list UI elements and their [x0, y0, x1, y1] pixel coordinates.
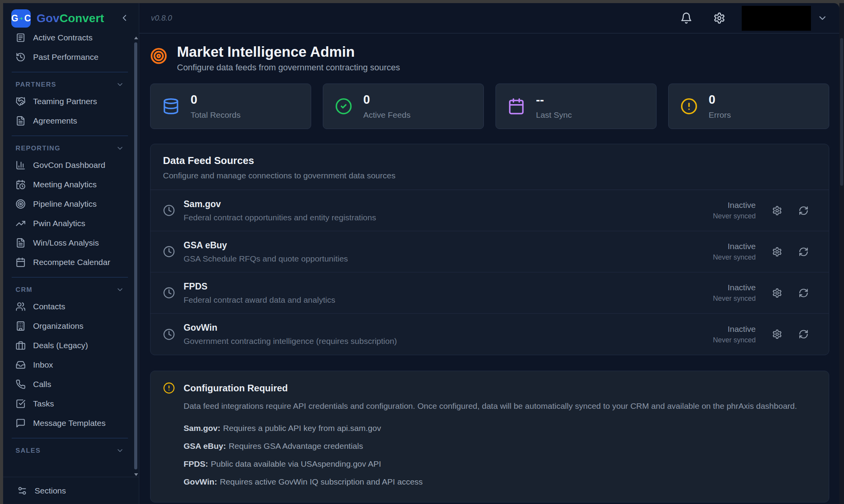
sidebar-item-active-contracts[interactable]: Active Contracts: [11, 33, 129, 47]
sidebar-item-label: Past Performance: [33, 52, 98, 62]
feed-sync-button[interactable]: [795, 202, 812, 219]
user-menu[interactable]: [742, 6, 828, 31]
app-version: v0.8.0: [151, 14, 172, 23]
sidebar-item-tasks[interactable]: Tasks: [11, 394, 129, 413]
settings-button[interactable]: [711, 10, 728, 26]
feed-name: FPDS: [184, 281, 335, 292]
sliders-icon: [17, 486, 27, 496]
config-item-text: Requires active GovWin IQ subscription a…: [220, 477, 423, 486]
sidebar-divider: [12, 438, 128, 438]
config-description: Data feed integrations require API crede…: [184, 400, 816, 412]
sidebar-section-reporting[interactable]: REPORTING: [11, 140, 129, 155]
stats-row: 0Total Records0Active Feeds--Last Sync0E…: [150, 84, 829, 129]
sidebar-item-sections[interactable]: Sections: [12, 481, 131, 501]
scroll-down-arrow-icon[interactable]: [134, 473, 138, 476]
briefcase-icon: [16, 340, 26, 351]
sidebar-collapse-button[interactable]: [118, 11, 131, 26]
topbar-actions: [678, 6, 828, 31]
sidebar-section-crm[interactable]: CRM: [11, 281, 129, 297]
sidebar-item-deals-legacy[interactable]: Deals (Legacy): [11, 336, 129, 355]
feed-configure-button[interactable]: [769, 244, 785, 260]
sidebar-item-win-loss-analysis[interactable]: Win/Loss Analysis: [11, 233, 129, 253]
alert-circle-icon: [163, 382, 175, 394]
user-name-redacted: [742, 6, 811, 31]
arrow-right-icon: [19, 16, 23, 21]
trending-up-icon: [16, 218, 26, 228]
sidebar-item-inbox[interactable]: Inbox: [11, 355, 129, 375]
notifications-button[interactable]: [678, 10, 695, 26]
message-square-icon: [16, 418, 26, 428]
sidebar-item-meeting-analytics[interactable]: Meeting Analytics: [11, 175, 129, 194]
config-panel-title: Configuration Required: [184, 383, 288, 394]
feed-row-govwin: GovWinGovernment contracting intelligenc…: [151, 314, 829, 355]
sidebar-header: G C GovConvert: [3, 3, 139, 33]
config-item-name: FPDS:: [184, 459, 208, 468]
feed-configure-button[interactable]: [769, 202, 785, 219]
config-item-text: Public data available via USAspending.go…: [211, 459, 381, 468]
sidebar-item-pipeline-analytics[interactable]: Pipeline Analytics: [11, 194, 129, 214]
config-item-gsa-ebuy: GSA eBuy:Requires GSA Advantage credenti…: [184, 441, 816, 451]
sidebar-item-contacts[interactable]: Contacts: [11, 297, 129, 316]
building-icon: [16, 321, 26, 331]
feed-sync-button[interactable]: [795, 326, 812, 342]
sidebar-section-sales[interactable]: SALES: [11, 442, 129, 458]
sidebar-item-label: Contacts: [33, 302, 65, 311]
config-item-govwin: GovWin:Requires active GovWin IQ subscri…: [184, 477, 816, 487]
bar-chart-icon: [16, 160, 26, 170]
config-item-text: Requires GSA Advantage credentials: [229, 441, 363, 450]
configuration-required-panel: Configuration Required Data feed integra…: [150, 371, 829, 502]
feed-name: Sam.gov: [184, 199, 376, 209]
feed-status-label: Inactive: [713, 201, 756, 210]
sidebar-scrollbar-track[interactable]: [134, 39, 138, 473]
feed-configure-button[interactable]: [769, 326, 785, 342]
brand-name: GovConvert: [37, 12, 112, 25]
feed-sync-button[interactable]: [795, 244, 812, 260]
feed-sync-label: Never synced: [713, 336, 756, 344]
sidebar-item-label: Agreements: [33, 116, 77, 126]
config-item-name: GSA eBuy:: [184, 441, 226, 450]
sidebar-item-calls[interactable]: Calls: [11, 375, 129, 394]
sidebar-item-pwin-analytics[interactable]: Pwin Analytics: [11, 214, 129, 233]
sidebar-item-organizations[interactable]: Organizations: [11, 316, 129, 336]
sidebar-scrollbar-thumb[interactable]: [134, 42, 137, 469]
feed-configure-button[interactable]: [769, 285, 785, 301]
file-text-icon: [16, 116, 26, 126]
sidebar-item-recompete-calendar[interactable]: Recompete Calendar: [11, 253, 129, 272]
feed-row-gsa-ebuy: GSA eBuyGSA Schedule RFQs and quote oppo…: [151, 231, 829, 272]
feed-sync-label: Never synced: [713, 212, 756, 220]
chevron-left-icon: [119, 13, 130, 23]
chevron-down-icon: [817, 13, 828, 23]
page-header: Market Intelligence Admin Configure data…: [150, 44, 829, 73]
bell-icon: [680, 12, 692, 24]
stat-value: --: [536, 93, 572, 107]
feeds-panel-header: Data Feed Sources Configure and manage c…: [151, 144, 829, 190]
sidebar-scrollbar[interactable]: [134, 37, 138, 476]
sidebar-item-label: Win/Loss Analysis: [33, 238, 99, 248]
gear-icon: [772, 329, 782, 339]
sidebar-item-govcon-dashboard[interactable]: GovCon Dashboard: [11, 155, 129, 175]
stat-value: 0: [191, 93, 240, 107]
stat-card-total-records: 0Total Records: [150, 84, 311, 129]
stat-value: 0: [363, 93, 410, 107]
sidebar-item-label: Teaming Partners: [33, 97, 97, 106]
sidebar-section-label: CRM: [16, 286, 33, 294]
feed-sync-button[interactable]: [795, 285, 812, 301]
feed-sync-label: Never synced: [713, 295, 756, 303]
sidebar-item-agreements[interactable]: Agreements: [11, 111, 129, 131]
brand-convert: Convert: [60, 12, 104, 24]
sidebar-item-teaming-partners[interactable]: Teaming Partners: [11, 92, 129, 111]
sidebar-item-label: Inbox: [33, 360, 53, 370]
sidebar-item-label: Active Contracts: [33, 33, 93, 42]
brand-gov: Gov: [37, 12, 60, 24]
check-square-icon: [16, 399, 26, 409]
logo-letter-c: C: [24, 13, 31, 24]
page-scrollbar[interactable]: [839, 3, 844, 504]
page-subtitle: Configure data feeds from government con…: [177, 63, 400, 73]
sidebar-item-past-performance[interactable]: Past Performance: [11, 47, 129, 67]
sidebar-footer: Sections: [3, 477, 139, 504]
clock-icon: [163, 204, 175, 216]
sidebar-section-partners[interactable]: PARTNERS: [11, 76, 129, 92]
scroll-up-arrow-icon[interactable]: [134, 37, 138, 39]
page-scrollbar-thumb[interactable]: [840, 38, 843, 186]
sidebar-item-message-templates[interactable]: Message Templates: [11, 413, 129, 433]
